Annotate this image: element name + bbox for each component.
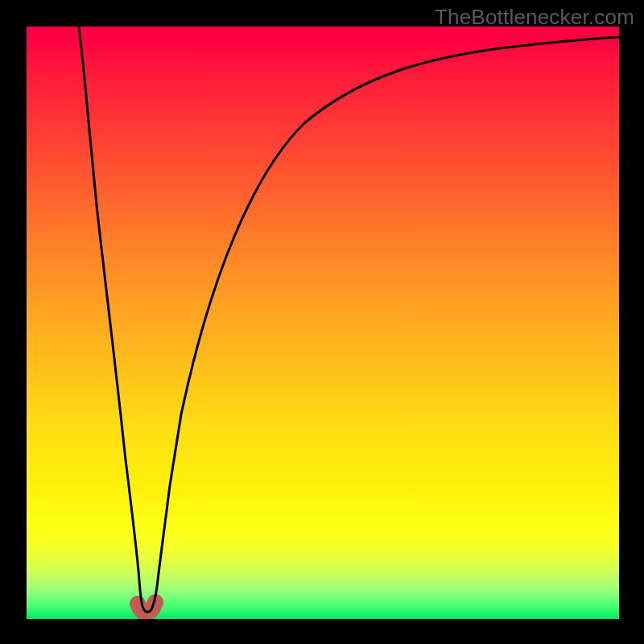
plot-area <box>27 27 619 619</box>
curve-layer <box>27 27 619 619</box>
chart-container: TheBottlenecker.com <box>0 0 644 644</box>
bottleneck-curve <box>79 27 619 612</box>
watermark-text: TheBottlenecker.com <box>435 5 634 30</box>
